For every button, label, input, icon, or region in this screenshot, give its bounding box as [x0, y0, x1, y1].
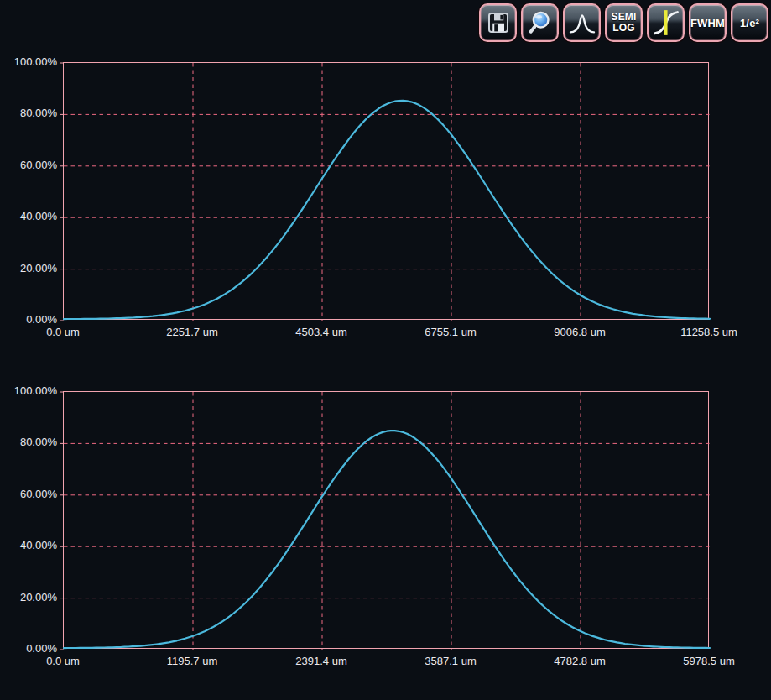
- gridlines: [60, 392, 710, 650]
- button-label: 1/e²: [740, 18, 759, 29]
- x-tick-label: 4782.8 um: [525, 655, 634, 667]
- save-button[interactable]: [479, 3, 517, 42]
- inverse-e-squared-button[interactable]: 1/e²: [731, 3, 768, 42]
- x-tick-label: 3587.1 um: [396, 655, 505, 667]
- y-tick-label: 80.00%: [0, 107, 57, 120]
- y-tick-label: 40.00%: [0, 210, 57, 223]
- x-tick-label: 5978.5 um: [654, 655, 763, 667]
- profile-curve: [64, 101, 710, 319]
- magnifier-icon: [527, 9, 554, 36]
- x-tick-label: 2391.4 um: [267, 655, 376, 667]
- toolbar: SEMILOGFWHM1/e²: [479, 3, 768, 42]
- beam-profiler-window: SEMILOGFWHM1/e² 100.00%80.00%60.00%40.00…: [0, 0, 771, 700]
- fwhm-button[interactable]: FWHM: [689, 3, 727, 42]
- x-tick-label: 0.0 um: [8, 655, 117, 667]
- x-tick-label: 4503.4 um: [267, 326, 376, 338]
- gridlines: [60, 63, 710, 321]
- y-tick-label: 100.00%: [0, 55, 57, 69]
- y-tick-label: 20.00%: [0, 591, 57, 604]
- y-tick-label: 40.00%: [0, 539, 57, 552]
- y-tick-label: 60.00%: [0, 159, 57, 172]
- gaussian-fit-button[interactable]: [563, 3, 601, 42]
- y-tick-label: 20.00%: [0, 262, 57, 275]
- y-tick-label: 0.00%: [0, 313, 57, 326]
- plot-area: [63, 391, 709, 649]
- x-tick-label: 11258.5 um: [654, 326, 763, 338]
- x-tick-label: 2251.7 um: [138, 326, 247, 338]
- y-tick-label: 100.00%: [0, 384, 57, 398]
- y-tick-label: 60.00%: [0, 488, 57, 501]
- floppy-disk-icon: [486, 10, 511, 35]
- x-tick-label: 9006.8 um: [525, 326, 634, 338]
- x-tick-label: 1195.7 um: [138, 655, 247, 667]
- knife-edge-button[interactable]: [647, 3, 685, 42]
- y-tick-label: 80.00%: [0, 436, 57, 449]
- x-tick-label: 6755.1 um: [396, 326, 505, 338]
- y-tick-label: 0.00%: [0, 642, 57, 656]
- x-tick-label: 0.0 um: [8, 326, 117, 338]
- gaussian-curve-icon: [568, 9, 596, 36]
- plot-area: [63, 62, 709, 320]
- knife-edge-icon: [652, 8, 680, 37]
- zoom-button[interactable]: [521, 3, 559, 42]
- semilog-button[interactable]: SEMILOG: [605, 3, 643, 42]
- button-label: FWHM: [690, 18, 725, 29]
- profile-curve: [64, 431, 710, 648]
- button-label: LOG: [612, 23, 635, 34]
